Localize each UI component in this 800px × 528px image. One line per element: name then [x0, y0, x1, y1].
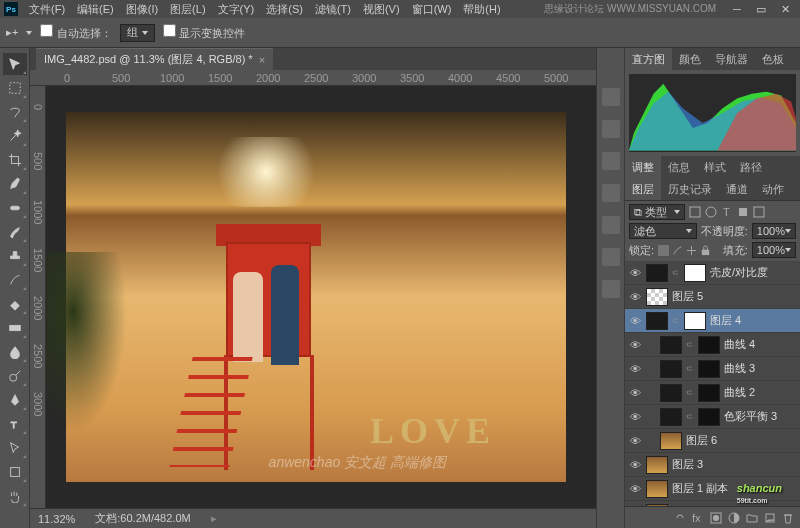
- crop-tool[interactable]: [3, 149, 27, 171]
- zoom-level[interactable]: 11.32%: [38, 513, 75, 525]
- maximize-button[interactable]: ▭: [750, 2, 772, 16]
- layer-row[interactable]: 👁图层 6: [625, 429, 800, 453]
- close-tab-icon[interactable]: ×: [259, 54, 265, 66]
- visibility-icon[interactable]: 👁: [628, 483, 642, 495]
- delete-icon[interactable]: [782, 512, 794, 524]
- visibility-icon[interactable]: 👁: [628, 435, 642, 447]
- layer-row[interactable]: 👁图层 3: [625, 453, 800, 477]
- tab-color[interactable]: 颜色: [672, 48, 708, 71]
- blend-mode-select[interactable]: 滤色: [629, 223, 697, 239]
- lock-transparency-icon[interactable]: [658, 245, 669, 256]
- menu-window[interactable]: 窗口(W): [407, 0, 457, 19]
- layer-row[interactable]: 👁⊂曲线 4: [625, 333, 800, 357]
- move-tool[interactable]: [3, 53, 27, 75]
- tab-adjustments[interactable]: 调整: [625, 156, 661, 179]
- layer-row[interactable]: 👁图层 5: [625, 285, 800, 309]
- tab-info[interactable]: 信息: [661, 156, 697, 179]
- link-layers-icon[interactable]: [674, 512, 686, 524]
- menu-image[interactable]: 图像(I): [121, 0, 163, 19]
- visibility-icon[interactable]: 👁: [628, 267, 642, 279]
- close-button[interactable]: ✕: [774, 2, 796, 16]
- layer-row[interactable]: 👁⊂图层 4: [625, 309, 800, 333]
- tab-swatches[interactable]: 色板: [755, 48, 791, 71]
- menu-type[interactable]: 文字(Y): [213, 0, 260, 19]
- menu-select[interactable]: 选择(S): [261, 0, 308, 19]
- shape-tool[interactable]: [3, 461, 27, 483]
- visibility-icon[interactable]: 👁: [628, 315, 642, 327]
- panel-icon-4[interactable]: [602, 184, 620, 202]
- tab-histogram[interactable]: 直方图: [625, 48, 672, 71]
- tab-layers[interactable]: 图层: [625, 178, 661, 201]
- layer-row[interactable]: 👁⊂色彩平衡 3: [625, 405, 800, 429]
- layer-row[interactable]: 👁⊂壳皮/对比度: [625, 261, 800, 285]
- tab-paths[interactable]: 路径: [733, 156, 769, 179]
- lock-position-icon[interactable]: [686, 245, 697, 256]
- eraser-tool[interactable]: [3, 293, 27, 315]
- pen-tool[interactable]: [3, 389, 27, 411]
- brush-tool[interactable]: [3, 221, 27, 243]
- visibility-icon[interactable]: 👁: [628, 363, 642, 375]
- menu-help[interactable]: 帮助(H): [458, 0, 505, 19]
- mask-icon[interactable]: [710, 512, 722, 524]
- auto-select-checkbox[interactable]: 自动选择：: [40, 24, 111, 41]
- menu-edit[interactable]: 编辑(E): [72, 0, 119, 19]
- canvas[interactable]: LOVE anwenchao 安文超 高端修图: [46, 86, 596, 508]
- lock-all-icon[interactable]: [700, 245, 711, 256]
- stamp-tool[interactable]: [3, 245, 27, 267]
- visibility-icon[interactable]: 👁: [628, 411, 642, 423]
- history-brush-tool[interactable]: [3, 269, 27, 291]
- tab-actions[interactable]: 动作: [755, 178, 791, 201]
- adjustment-icon[interactable]: [728, 512, 740, 524]
- panel-icon-2[interactable]: [602, 120, 620, 138]
- opacity-input[interactable]: 100%: [752, 223, 796, 239]
- hand-tool[interactable]: [3, 485, 27, 507]
- marquee-tool[interactable]: [3, 77, 27, 99]
- group-icon[interactable]: [746, 512, 758, 524]
- menu-filter[interactable]: 滤镜(T): [310, 0, 356, 19]
- filter-image-icon[interactable]: [689, 206, 701, 218]
- filter-shape-icon[interactable]: [737, 206, 749, 218]
- layer-filter[interactable]: ⧉ 类型: [629, 204, 685, 220]
- panel-icon-3[interactable]: [602, 152, 620, 170]
- heal-tool[interactable]: [3, 197, 27, 219]
- visibility-icon[interactable]: 👁: [628, 291, 642, 303]
- visibility-icon[interactable]: 👁: [628, 339, 642, 351]
- fx-icon[interactable]: fx: [692, 512, 704, 524]
- menu-layer[interactable]: 图层(L): [165, 0, 210, 19]
- blur-tool[interactable]: [3, 341, 27, 363]
- lasso-tool[interactable]: [3, 101, 27, 123]
- auto-select-type[interactable]: 组: [120, 24, 155, 42]
- document-tab[interactable]: IMG_4482.psd @ 11.3% (图层 4, RGB/8) * ×: [36, 48, 273, 70]
- lock-paint-icon[interactable]: [672, 245, 683, 256]
- visibility-icon[interactable]: 👁: [628, 387, 642, 399]
- show-transform-checkbox[interactable]: 显示变换控件: [163, 24, 245, 41]
- layer-row[interactable]: 👁⊂曲线 3: [625, 357, 800, 381]
- tool-preset-dropdown[interactable]: [26, 31, 32, 35]
- menu-view[interactable]: 视图(V): [358, 0, 405, 19]
- panel-icon-1[interactable]: [602, 88, 620, 106]
- tab-navigator[interactable]: 导航器: [708, 48, 755, 71]
- filter-smart-icon[interactable]: [753, 206, 765, 218]
- filter-type-icon[interactable]: T: [721, 206, 733, 218]
- layer-row[interactable]: 👁图层 1 副本: [625, 477, 800, 501]
- wand-tool[interactable]: [3, 125, 27, 147]
- panel-icon-5[interactable]: [602, 216, 620, 234]
- panel-icon-6[interactable]: [602, 248, 620, 266]
- minimize-button[interactable]: ─: [726, 2, 748, 16]
- fill-input[interactable]: 100%: [752, 242, 796, 258]
- tab-styles[interactable]: 样式: [697, 156, 733, 179]
- dodge-tool[interactable]: [3, 365, 27, 387]
- panel-icon-7[interactable]: [602, 280, 620, 298]
- layer-row[interactable]: 👁⊂曲线 2: [625, 381, 800, 405]
- new-layer-icon[interactable]: [764, 512, 776, 524]
- doc-size[interactable]: 文档:60.2M/482.0M: [95, 511, 190, 526]
- tab-channels[interactable]: 通道: [719, 178, 755, 201]
- menu-file[interactable]: 文件(F): [24, 0, 70, 19]
- visibility-icon[interactable]: 👁: [628, 459, 642, 471]
- type-tool[interactable]: T: [3, 413, 27, 435]
- gradient-tool[interactable]: [3, 317, 27, 339]
- filter-adjust-icon[interactable]: [705, 206, 717, 218]
- path-select-tool[interactable]: [3, 437, 27, 459]
- tab-history[interactable]: 历史记录: [661, 178, 719, 201]
- eyedropper-tool[interactable]: [3, 173, 27, 195]
